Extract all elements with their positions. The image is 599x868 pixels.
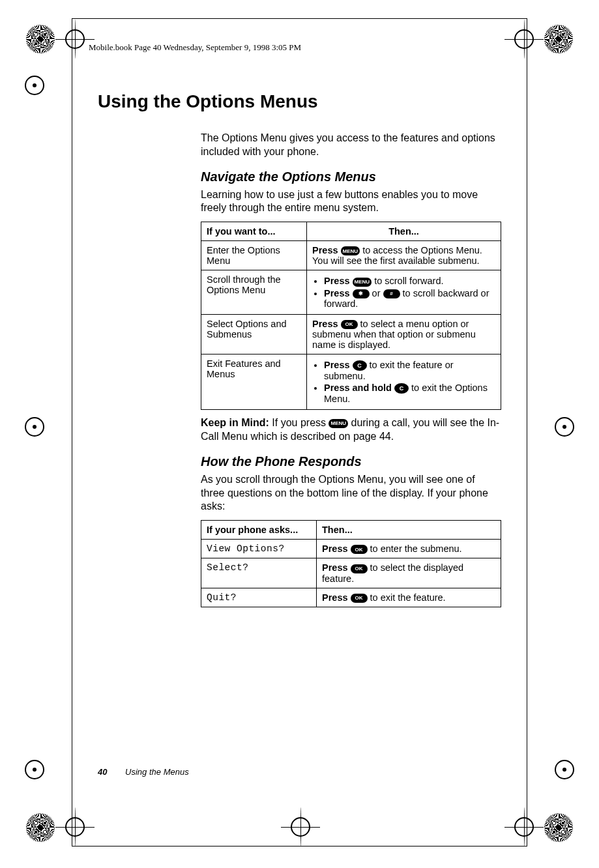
chapter-title: Using the Options Menus: [98, 91, 501, 112]
table-row: Enter the Options Menu Press MENU to acc…: [201, 241, 501, 270]
cell-text: to scroll forward.: [372, 276, 443, 286]
crop-line: [527, 18, 527, 846]
table-cell: Press OK to select the displayed feature…: [317, 558, 501, 588]
registration-mark-icon: [291, 817, 310, 837]
c-key-icon: C: [394, 383, 409, 394]
ok-key-icon: OK: [351, 564, 368, 573]
registration-mark-icon: [555, 760, 574, 779]
crop-line: [72, 846, 527, 846]
responds-table: If your phone asks... Then... View Optio…: [201, 520, 501, 607]
table-cell: Enter the Options Menu: [201, 241, 307, 270]
keep-text: If you press: [269, 417, 329, 428]
crop-line: [72, 18, 527, 19]
section-heading: How the Phone Responds: [201, 454, 501, 469]
table-row: Select? Press OK to select the displayed…: [201, 558, 501, 588]
table-cell: Select Options and Submenus: [201, 314, 307, 354]
c-key-icon: C: [353, 360, 367, 371]
table-header: Then...: [307, 222, 501, 241]
table-cell: Press MENU to access the Options Menu. Y…: [307, 241, 501, 270]
table-row: Quit? Press OK to exit the feature.: [201, 588, 501, 607]
list-item: Press C to exit the feature or submenu.: [324, 360, 495, 381]
section-intro: Learning how to use just a few buttons e…: [201, 188, 501, 216]
table-cell: Exit Features and Menus: [201, 354, 307, 409]
table-cell: Press OK to select a menu option or subm…: [307, 314, 501, 354]
rosette-icon: [544, 813, 573, 842]
registration-mark-icon: [514, 29, 534, 49]
hash-key-icon: #: [383, 289, 400, 298]
registration-mark-icon: [514, 817, 534, 837]
menu-key-icon: MENU: [353, 278, 372, 287]
ok-key-icon: OK: [341, 320, 358, 329]
press-label: Press: [322, 592, 351, 603]
press-label: Press and hold: [324, 383, 394, 393]
press-label: Press: [312, 245, 341, 255]
table-cell: Press C to exit the feature or submenu. …: [307, 354, 501, 409]
table-cell: View Options?: [201, 540, 317, 558]
registration-mark-icon: [555, 417, 574, 437]
intro-paragraph: The Options Menu gives you access to the…: [201, 132, 501, 159]
section-heading: Navigate the Options Menus: [201, 169, 501, 184]
table-header: If you want to...: [201, 222, 307, 241]
rosette-icon: [26, 813, 55, 842]
table-cell: Select?: [201, 558, 317, 588]
menu-key-icon: MENU: [341, 246, 360, 255]
keep-label: Keep in Mind:: [201, 417, 269, 428]
table-row: Exit Features and Menus Press C to exit …: [201, 354, 501, 409]
registration-mark-icon: [25, 417, 44, 437]
table-row: Scroll through the Options Menu Press ME…: [201, 270, 501, 314]
navigate-table: If you want to... Then... Enter the Opti…: [201, 222, 501, 410]
page-content: Using the Options Menus The Options Menu…: [98, 91, 501, 614]
keep-in-mind: Keep in Mind: If you press MENU during a…: [201, 416, 501, 444]
menu-key-icon: MENU: [329, 419, 348, 428]
table-cell: Press OK to enter the submenu.: [317, 540, 501, 558]
registration-mark-icon: [65, 817, 85, 837]
list-item: Press ✱ or # to scroll backward or forwa…: [324, 288, 495, 309]
ok-key-icon: OK: [351, 594, 368, 603]
table-header: Then...: [317, 521, 501, 540]
press-label: Press: [322, 562, 351, 573]
ok-key-icon: OK: [351, 545, 368, 554]
cell-text: to exit the feature.: [368, 592, 446, 603]
press-label: Press: [312, 319, 341, 329]
cell-text: to enter the submenu.: [368, 543, 462, 554]
cell-text: or: [370, 288, 383, 298]
table-cell: Press OK to exit the feature.: [317, 588, 501, 607]
rosette-icon: [26, 25, 55, 53]
table-row: Select Options and Submenus Press OK to …: [201, 314, 501, 354]
page-number: 40: [98, 767, 107, 777]
table-cell: Scroll through the Options Menu: [201, 270, 307, 314]
crop-line: [72, 18, 72, 846]
rosette-icon: [544, 25, 573, 53]
registration-mark-icon: [65, 29, 85, 49]
press-label: Press: [324, 276, 353, 286]
registration-mark-icon: [25, 760, 44, 779]
running-header: Mobile.book Page 40 Wednesday, September…: [89, 42, 301, 53]
press-label: Press: [324, 360, 353, 370]
page-footer: 40 Using the Menus: [98, 767, 189, 777]
star-key-icon: ✱: [353, 289, 370, 298]
table-row: View Options? Press OK to enter the subm…: [201, 540, 501, 558]
list-item: Press and hold C to exit the Options Men…: [324, 383, 495, 404]
registration-mark-icon: [25, 76, 44, 95]
list-item: Press MENU to scroll forward.: [324, 276, 495, 286]
press-label: Press: [322, 543, 351, 554]
section-intro: As you scroll through the Options Menu, …: [201, 473, 501, 514]
press-label: Press: [324, 288, 353, 298]
footer-label: Using the Menus: [125, 767, 189, 777]
table-cell: Quit?: [201, 588, 317, 607]
table-cell: Press MENU to scroll forward. Press ✱ or…: [307, 270, 501, 314]
table-header: If your phone asks...: [201, 521, 317, 540]
